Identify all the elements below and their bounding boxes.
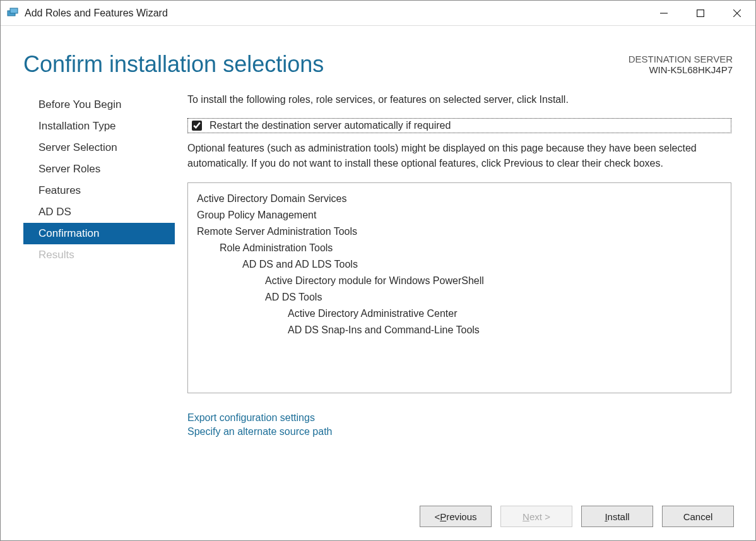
wizard-footer: < Previous Next > Install Cancel xyxy=(1,501,755,540)
main-panel: To install the following roles, role ser… xyxy=(175,90,733,501)
list-item: Group Policy Management xyxy=(193,207,726,223)
server-manager-icon xyxy=(7,8,18,19)
selections-listbox[interactable]: Active Directory Domain Services Group P… xyxy=(187,182,731,393)
wizard-steps-sidebar: Before You Begin Installation Type Serve… xyxy=(23,90,175,501)
list-item: Remote Server Administration Tools xyxy=(193,223,726,240)
wizard-body: Before You Begin Installation Type Serve… xyxy=(1,84,755,501)
list-item: AD DS Tools xyxy=(193,289,726,306)
page-header: Confirm installation selections DESTINAT… xyxy=(1,26,755,84)
destination-server-label: DESTINATION SERVER xyxy=(629,54,733,64)
list-item: AD DS Snap-Ins and Command-Line Tools xyxy=(193,322,726,338)
list-item: Active Directory module for Windows Powe… xyxy=(193,273,726,289)
step-features[interactable]: Features xyxy=(23,180,175,201)
next-button: Next > xyxy=(500,506,572,527)
cancel-button[interactable]: Cancel xyxy=(662,506,734,527)
list-item: Role Administration Tools xyxy=(193,240,726,256)
step-ad-ds[interactable]: AD DS xyxy=(23,201,175,223)
maximize-button[interactable] xyxy=(682,1,719,26)
window-title: Add Roles and Features Wizard xyxy=(25,8,646,19)
step-confirmation[interactable]: Confirmation xyxy=(23,223,175,244)
restart-checkbox-row[interactable]: Restart the destination server automatic… xyxy=(187,118,731,133)
previous-button[interactable]: < Previous xyxy=(420,506,492,527)
step-server-roles[interactable]: Server Roles xyxy=(23,158,175,180)
step-before-you-begin[interactable]: Before You Begin xyxy=(23,94,175,116)
step-results: Results xyxy=(23,244,175,266)
close-button[interactable] xyxy=(719,1,755,26)
titlebar: Add Roles and Features Wizard xyxy=(1,1,755,26)
list-item: AD DS and AD LDS Tools xyxy=(193,256,726,273)
svg-rect-3 xyxy=(697,9,704,16)
list-item: Active Directory Domain Services xyxy=(193,191,726,207)
restart-checkbox[interactable] xyxy=(192,121,202,131)
wizard-window: Add Roles and Features Wizard Confirm in… xyxy=(0,0,756,541)
minimize-button[interactable] xyxy=(646,1,682,26)
step-installation-type[interactable]: Installation Type xyxy=(23,116,175,137)
svg-rect-1 xyxy=(10,8,18,13)
destination-server-name: WIN-K5L68HKJ4P7 xyxy=(629,64,733,75)
restart-label[interactable]: Restart the destination server automatic… xyxy=(210,120,451,131)
instruction-text: To install the following roles, role ser… xyxy=(187,94,731,105)
page-title: Confirm installation selections xyxy=(23,51,629,78)
step-server-selection[interactable]: Server Selection xyxy=(23,137,175,158)
action-links: Export configuration settings Specify an… xyxy=(187,411,731,439)
list-item: Active Directory Administrative Center xyxy=(193,306,726,322)
install-button[interactable]: Install xyxy=(581,506,653,527)
optional-features-note: Optional features (such as administratio… xyxy=(187,141,731,171)
export-config-link[interactable]: Export configuration settings xyxy=(187,411,731,425)
alternate-source-link[interactable]: Specify an alternate source path xyxy=(187,425,731,439)
destination-server-block: DESTINATION SERVER WIN-K5L68HKJ4P7 xyxy=(629,51,733,75)
